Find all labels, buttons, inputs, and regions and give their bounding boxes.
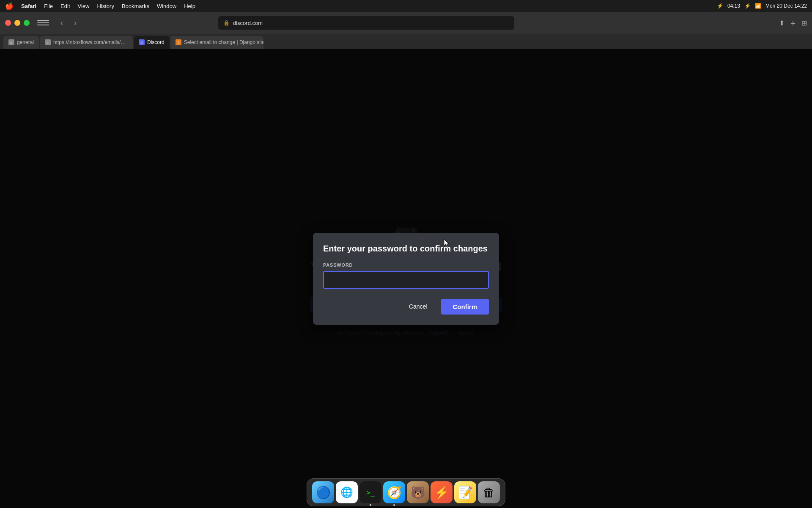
browser-actions: ⬆ ＋ ⊞	[779, 17, 807, 29]
close-button[interactable]	[5, 20, 11, 26]
tabs-bar: d general i https://inboxflows.com/email…	[0, 34, 812, 49]
tab-favicon-general: d	[8, 39, 14, 45]
maximize-button[interactable]	[24, 20, 30, 26]
menubar-help[interactable]: Help	[184, 3, 195, 9]
browser-toolbar: ‹ › 🔒 discord.com ⬆ ＋ ⊞	[0, 12, 812, 34]
tab-label-inboxflows: https://inboxflows.com/emails/_/raw/33f6…	[53, 39, 128, 45]
dock-item-notes[interactable]: 📝	[454, 481, 476, 503]
password-input[interactable]	[323, 271, 489, 289]
confirm-button[interactable]: Confirm	[441, 299, 489, 315]
menubar-left: 🍎 Safari File Edit View History Bookmark…	[5, 2, 195, 10]
dock-item-trash[interactable]: 🗑	[478, 481, 500, 503]
menubar-right: ⚡ 04:13 ⚡ 📶 Mon 20 Dec 14:22	[717, 3, 807, 9]
back-button[interactable]: ‹	[56, 17, 68, 29]
share-icon[interactable]: ⬆	[779, 19, 785, 27]
menubar-flash-icon: ⚡	[744, 3, 751, 9]
dock-item-bear[interactable]: 🐻	[407, 481, 429, 503]
menubar-bookmarks[interactable]: Bookmarks	[122, 3, 149, 9]
url-text: discord.com	[233, 20, 263, 26]
tab-inboxflows[interactable]: i https://inboxflows.com/emails/_/raw/33…	[40, 36, 133, 49]
tab-label-general: general	[17, 39, 34, 45]
menubar-time: Mon 20 Dec 14:22	[765, 3, 807, 9]
apple-menu[interactable]: 🍎	[5, 2, 14, 10]
dock: 🔵 🌐 >_ 🧭 🐻 ⚡ 📝 🗑	[307, 478, 505, 506]
minimize-button[interactable]	[14, 20, 20, 26]
menubar-battery-icon: ⚡	[717, 3, 723, 9]
traffic-lights	[5, 20, 30, 26]
new-tab-icon[interactable]: ＋	[789, 17, 797, 29]
bear-icon: 🐻	[411, 486, 425, 500]
menubar-window[interactable]: Window	[157, 3, 176, 9]
tab-favicon-discord: D	[139, 39, 145, 45]
sidebar-toggle[interactable]	[37, 18, 49, 28]
dock-item-safari[interactable]: 🧭	[383, 481, 405, 503]
address-bar[interactable]: 🔒 discord.com	[218, 16, 514, 30]
terminal-icon: >_	[366, 489, 374, 497]
dock-item-finder[interactable]: 🔵	[312, 481, 334, 503]
safari-icon: 🧭	[387, 486, 402, 500]
dock-item-chrome[interactable]: 🌐	[336, 481, 358, 503]
menubar-battery-time: 04:13	[727, 3, 740, 9]
browser-window: ‹ › 🔒 discord.com ⬆ ＋ ⊞ d general i http…	[0, 12, 812, 508]
tab-favicon-django: !	[176, 39, 181, 45]
tab-label-django: Select email to change | Django site adm…	[184, 39, 263, 45]
modal-actions: Cancel Confirm	[323, 299, 489, 315]
trash-icon: 🗑	[483, 486, 495, 500]
notes-icon: 📝	[458, 486, 473, 500]
spark-icon: ⚡	[434, 486, 449, 500]
browser-content: 🎮 You've been restricted on Discord we w…	[0, 49, 812, 508]
tab-django[interactable]: ! Select email to change | Django site a…	[170, 36, 263, 49]
chrome-icon: 🌐	[340, 486, 353, 498]
cancel-button[interactable]: Cancel	[402, 299, 434, 314]
menubar-edit[interactable]: Edit	[60, 3, 70, 9]
password-confirm-modal: Enter your password to confirm changes P…	[313, 233, 499, 325]
modal-overlay: Enter your password to confirm changes P…	[0, 49, 812, 508]
forward-button[interactable]: ›	[69, 17, 81, 29]
tab-favicon-inboxflows: i	[45, 39, 51, 45]
nav-buttons: ‹ ›	[56, 17, 81, 29]
dock-active-dot-safari	[393, 504, 395, 506]
tab-label-discord: Discord	[147, 39, 165, 45]
menubar-file[interactable]: File	[44, 3, 53, 9]
tab-general[interactable]: d general	[3, 36, 39, 49]
menubar: 🍎 Safari File Edit View History Bookmark…	[0, 0, 812, 12]
finder-icon: 🔵	[316, 486, 331, 500]
lock-icon: 🔒	[223, 20, 230, 26]
menubar-view[interactable]: View	[78, 3, 90, 9]
modal-title: Enter your password to confirm changes	[323, 243, 489, 254]
dock-active-dot-terminal	[370, 504, 371, 506]
menubar-history[interactable]: History	[97, 3, 114, 9]
dock-item-terminal[interactable]: >_	[359, 481, 381, 503]
menubar-wifi-icon: 📶	[755, 3, 761, 9]
tab-discord[interactable]: D Discord	[134, 36, 170, 49]
tabs-icon[interactable]: ⊞	[801, 19, 807, 27]
dock-item-spark[interactable]: ⚡	[431, 481, 453, 503]
password-label: PASSWORD	[323, 262, 489, 268]
menubar-app-name[interactable]: Safari	[21, 3, 36, 9]
